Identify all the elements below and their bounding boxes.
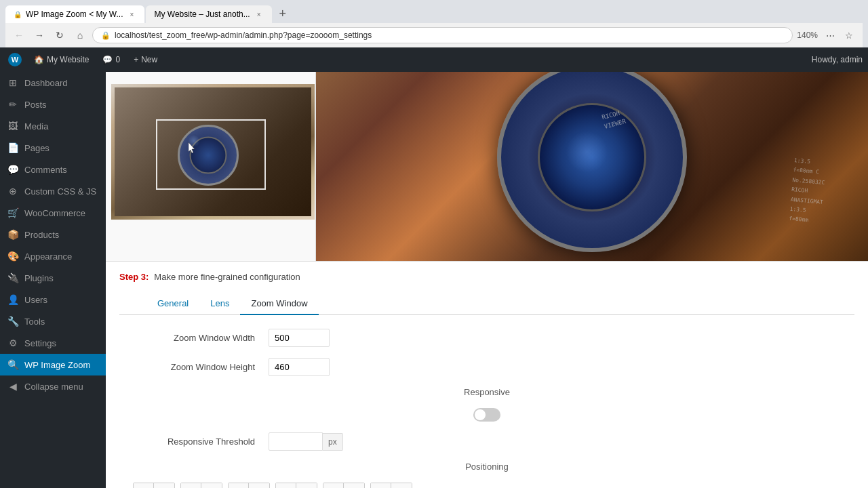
- users-icon: 👤: [7, 294, 19, 305]
- sidebar-item-collapse[interactable]: ◀ Collapse menu: [0, 375, 106, 397]
- browser-tab-2[interactable]: My Website – Just anoth... ×: [146, 5, 271, 23]
- pos-btn-6-2[interactable]: [391, 483, 412, 488]
- css-icon: ⊕: [7, 186, 19, 197]
- sidebar-label-plugins: Plugins: [24, 273, 54, 283]
- comments-count: 0: [115, 55, 120, 64]
- responsive-threshold-row: Responsive Threshold px: [119, 432, 854, 451]
- admin-bar-comments[interactable]: 💬 0: [96, 47, 127, 72]
- sidebar-item-appearance[interactable]: 🎨 Appearance: [0, 245, 106, 267]
- site-name: My Website: [47, 55, 89, 64]
- sidebar-label-users: Users: [24, 295, 47, 305]
- pages-icon: 📄: [7, 142, 19, 153]
- tab-lens[interactable]: Lens: [199, 293, 240, 315]
- pos-btn-3-2[interactable]: [249, 483, 269, 488]
- sidebar-item-pages[interactable]: 📄 Pages: [0, 137, 106, 159]
- sidebar-item-settings[interactable]: ⚙ Settings: [0, 332, 106, 354]
- dashboard-icon: ⊞: [7, 77, 19, 88]
- zoom-window-width-label: Zoom Window Width: [133, 333, 269, 343]
- step-text: Make more fine-grained configuration: [154, 272, 300, 282]
- back-button[interactable]: ←: [11, 27, 27, 43]
- wp-logo-icon: W: [8, 53, 22, 66]
- sidebar-item-media[interactable]: 🖼 Media: [0, 115, 106, 137]
- sidebar-label-dashboard: Dashboard: [24, 78, 68, 88]
- admin-bar-right: Howdy, admin: [812, 55, 863, 64]
- pos-btn-5-2[interactable]: [344, 483, 364, 488]
- zoom-window-width-input[interactable]: [269, 329, 330, 347]
- responsive-toggle-row: [119, 408, 854, 422]
- tab-label-1: WP Image Zoom < My W...: [26, 9, 123, 19]
- address-bar[interactable]: 🔒 localhost/test_zoom_free/wp-admin/admi…: [92, 27, 793, 43]
- responsive-threshold-suffix: px: [323, 433, 343, 451]
- plugins-icon: 🔌: [7, 272, 19, 283]
- sidebar-item-wp-image-zoom[interactable]: 🔍 WP Image Zoom: [0, 354, 106, 375]
- responsive-slider: [473, 408, 500, 422]
- sidebar-item-plugins[interactable]: 🔌 Plugins: [0, 267, 106, 289]
- sidebar-item-dashboard[interactable]: ⊞ Dashboard: [0, 72, 106, 94]
- sidebar-item-posts[interactable]: ✏ Posts: [0, 94, 106, 115]
- admin-bar-site[interactable]: 🏠 My Website: [27, 47, 96, 72]
- reload-button[interactable]: ↻: [52, 27, 68, 43]
- wp-logo[interactable]: W: [5, 50, 24, 69]
- pos-btn-2-2[interactable]: [201, 483, 222, 488]
- sidebar-item-woocommerce[interactable]: 🛒 WooCommerce: [0, 202, 106, 224]
- toolbar-actions: ⋯ ☆: [822, 27, 857, 43]
- extensions-button[interactable]: ⋯: [822, 27, 838, 43]
- sidebar-item-tools[interactable]: 🔧 Tools: [0, 310, 106, 332]
- responsive-section-header: Responsive: [119, 387, 854, 397]
- pos-group-5: [323, 483, 365, 488]
- tab-label-2: My Website – Just anoth...: [154, 9, 250, 19]
- sidebar-item-css[interactable]: ⊕ Custom CSS & JS: [0, 180, 106, 202]
- zoom-window-width-row: Zoom Window Width: [119, 329, 854, 347]
- sidebar-label-posts: Posts: [24, 100, 47, 110]
- admin-bar-new[interactable]: + New: [127, 47, 164, 72]
- pos-btn-4-1[interactable]: [276, 483, 296, 488]
- browser-tab-active[interactable]: 🔒 WP Image Zoom < My W... ×: [5, 5, 144, 23]
- new-label: New: [141, 55, 157, 64]
- zoom-icon: 🔍: [7, 359, 19, 370]
- forward-button[interactable]: →: [31, 27, 47, 43]
- new-tab-button[interactable]: +: [273, 4, 292, 23]
- browser-tabs: 🔒 WP Image Zoom < My W... × My Website –…: [5, 4, 863, 23]
- pos-btn-5-1[interactable]: [323, 483, 344, 488]
- tab-zoom-window[interactable]: Zoom Window: [240, 293, 318, 315]
- settings-container: Step 3: Make more fine-grained configura…: [106, 262, 868, 488]
- pos-group-6: [370, 483, 412, 488]
- bookmark-button[interactable]: ☆: [841, 27, 857, 43]
- howdy-text: Howdy, admin: [812, 55, 863, 64]
- home-button[interactable]: ⌂: [72, 27, 88, 43]
- pos-btn-4-2[interactable]: [296, 483, 317, 488]
- sidebar-label-zoom: WP Image Zoom: [24, 360, 90, 370]
- collapse-icon: ◀: [7, 381, 19, 392]
- pos-btn-1-2[interactable]: [154, 483, 174, 488]
- positioning-label: Positioning: [465, 462, 509, 472]
- pos-btn-6-1[interactable]: [371, 483, 391, 488]
- sidebar-item-products[interactable]: 📦 Products: [0, 224, 106, 245]
- pos-btn-3-1[interactable]: [229, 483, 249, 488]
- responsive-threshold-input[interactable]: [269, 432, 323, 451]
- zoom-window-height-input[interactable]: [269, 358, 330, 376]
- wp-content: RICOH VIEWER 1:3.5 f=80mm C No.258032C R…: [106, 72, 868, 488]
- positioning-grid: [119, 483, 854, 488]
- zoom-window-height-label: Zoom Window Height: [133, 362, 269, 372]
- responsive-toggle[interactable]: [473, 408, 500, 422]
- settings-icon: ⚙: [7, 338, 19, 348]
- responsive-threshold-input-group: px: [269, 432, 343, 451]
- browser-toolbar: ← → ↻ ⌂ 🔒 localhost/test_zoom_free/wp-ad…: [5, 23, 863, 47]
- tools-icon: 🔧: [7, 316, 19, 327]
- pos-btn-2-1[interactable]: [181, 483, 201, 488]
- woocommerce-icon: 🛒: [7, 207, 19, 218]
- sidebar-label-comments: Comments: [24, 165, 67, 175]
- tab-close-2[interactable]: ×: [254, 9, 264, 19]
- wp-sidebar: ⊞ Dashboard ✏ Posts 🖼 Media 📄 Pages 💬 Co…: [0, 72, 106, 488]
- step-header: Step 3: Make more fine-grained configura…: [119, 272, 854, 282]
- tab-general[interactable]: General: [146, 293, 199, 315]
- responsive-label: Responsive: [464, 387, 510, 397]
- settings-tabs: General Lens Zoom Window: [119, 293, 854, 315]
- sidebar-item-users[interactable]: 👤 Users: [0, 289, 106, 310]
- responsive-threshold-label: Responsive Threshold: [133, 436, 269, 447]
- sidebar-label-media: Media: [24, 121, 48, 131]
- sidebar-item-comments[interactable]: 💬 Comments: [0, 159, 106, 180]
- pos-btn-1-1[interactable]: [134, 483, 154, 488]
- tab-close-1[interactable]: ×: [127, 9, 136, 19]
- zoom-window-height-row: Zoom Window Height: [119, 358, 854, 376]
